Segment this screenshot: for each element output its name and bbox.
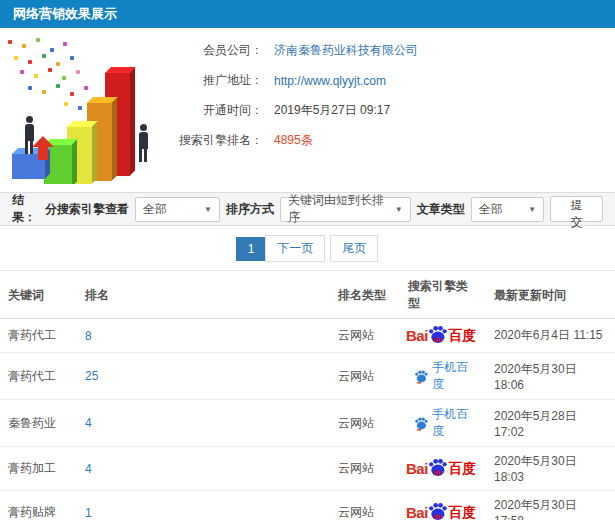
rank-type-cell: 云网站 [330,491,400,520]
engine-cell: Baidu百度 [400,447,486,491]
rank-count-label: 搜索引擎排名： [178,132,263,149]
rank-cell: 8 [77,319,330,353]
engine-cell: Baidu百度 [400,491,486,520]
engine-cell: Baidu百度 [400,319,486,353]
businessman-figure-right [136,124,150,162]
baidu-paw-icon: du [427,502,448,520]
chevron-down-icon: ▼ [196,205,212,214]
article-type-value: 全部 [479,201,503,218]
baidu-logo: Baidu百度 [406,502,476,520]
page-1-button[interactable]: 1 [236,237,267,261]
engine-cell: 手机百度 [400,353,486,400]
open-time-label: 开通时间： [178,102,263,119]
rank-link[interactable]: 8 [85,329,92,343]
svg-text:du: du [433,513,442,520]
confetti-decoration [8,40,12,44]
chevron-down-icon: ▼ [387,205,403,214]
table-header-row: 关键词 排名 排名类型 搜索引擎类型 最新更新时间 [0,271,615,319]
engine-filter-label: 分搜索引擎查看 [45,201,129,218]
bar-chart-clipart [0,32,178,184]
baidu-paw-icon: du [427,458,448,477]
promo-url-label: 推广地址： [178,72,263,89]
company-link[interactable]: 济南秦鲁药业科技有限公司 [274,42,418,59]
open-time-value: 2019年5月27日 09:17 [274,102,390,119]
header-updated: 最新更新时间 [486,271,615,319]
table-row: 膏药贴牌1云网站Baidu百度2020年5月30日 17:58 [0,491,615,520]
baidu-logo: Baidu百度 [406,325,476,346]
businessman-figure-left [22,116,36,154]
keyword-cell: 膏药贴牌 [0,491,77,520]
mobile-baidu-logo: 手机百度 [414,406,478,440]
submit-button[interactable]: 提交 [550,196,603,222]
sort-filter-value: 关键词由短到长排序 [288,192,387,226]
last-page-button[interactable]: 尾页 [330,235,378,262]
keyword-cell: 膏药加工 [0,447,77,491]
mobile-baidu-paw-icon [414,416,428,431]
chevron-down-icon: ▼ [520,205,536,214]
svg-text:du: du [433,469,442,477]
mobile-baidu-paw-icon [414,369,428,384]
rank-cell: 4 [77,447,330,491]
keyword-cell: 膏药代工 [0,319,77,353]
pagination: 1 下一页 尾页 [0,226,615,270]
results-label: 结果： [12,192,45,226]
updated-cell: 2020年5月30日 18:03 [486,447,615,491]
sort-filter-label: 排序方式 [226,201,274,218]
company-label: 会员公司： [178,42,263,59]
engine-filter-value: 全部 [143,201,167,218]
next-page-button[interactable]: 下一页 [265,235,325,262]
rank-link[interactable]: 25 [85,369,98,383]
rank-type-cell: 云网站 [330,353,400,400]
rank-link[interactable]: 4 [85,462,92,476]
updated-cell: 2020年5月30日 18:06 [486,353,615,400]
keyword-ranking-table: 关键词 排名 排名类型 搜索引擎类型 最新更新时间 膏药代工8云网站Baidu百… [0,270,615,520]
article-type-label: 文章类型 [417,201,465,218]
rank-count-value: 4895条 [274,132,313,149]
rank-cell: 25 [77,353,330,400]
rank-type-cell: 云网站 [330,400,400,447]
table-row: 膏药代工25云网站手机百度2020年5月30日 18:06 [0,353,615,400]
keyword-cell: 膏药代工 [0,353,77,400]
rank-type-cell: 云网站 [330,319,400,353]
article-type-select[interactable]: 全部 ▼ [471,197,544,222]
updated-cell: 2020年5月30日 17:58 [486,491,615,520]
info-row-rank-count: 搜索引擎排名： 4895条 [178,132,615,149]
results-filter-bar: 结果： 分搜索引擎查看 全部 ▼ 排序方式 关键词由短到长排序 ▼ 文章类型 全… [0,192,615,226]
header-engine-type: 搜索引擎类型 [400,271,486,319]
baidu-logo: Baidu百度 [406,458,476,479]
svg-text:du: du [433,336,442,344]
engine-filter-select[interactable]: 全部 ▼ [135,197,220,222]
info-row-open-time: 开通时间： 2019年5月27日 09:17 [178,102,615,119]
promo-url-link[interactable]: http://www.qlyyjt.com [274,74,386,88]
header-rank: 排名 [77,271,330,319]
rank-cell: 4 [77,400,330,447]
keyword-table-body: 膏药代工8云网站Baidu百度2020年6月4日 11:15膏药代工25云网站手… [0,319,615,520]
mobile-baidu-logo: 手机百度 [414,359,478,393]
table-row: 膏药代工8云网站Baidu百度2020年6月4日 11:15 [0,319,615,353]
table-row: 膏药加工4云网站Baidu百度2020年5月30日 18:03 [0,447,615,491]
filters: 分搜索引擎查看 全部 ▼ 排序方式 关键词由短到长排序 ▼ 文章类型 全部 ▼ … [45,196,603,222]
top-section: 会员公司： 济南秦鲁药业科技有限公司 推广地址： http://www.qlyy… [0,28,615,185]
rank-type-cell: 云网站 [330,447,400,491]
member-info: 会员公司： 济南秦鲁药业科技有限公司 推广地址： http://www.qlyy… [178,32,615,185]
header-keyword: 关键词 [0,271,77,319]
updated-cell: 2020年5月28日 17:02 [486,400,615,447]
updated-cell: 2020年6月4日 11:15 [486,319,615,353]
rank-link[interactable]: 4 [85,416,92,430]
info-row-url: 推广地址： http://www.qlyyjt.com [178,72,615,89]
rank-cell: 1 [77,491,330,520]
table-row: 秦鲁药业4云网站手机百度2020年5月28日 17:02 [0,400,615,447]
header-rank-type: 排名类型 [330,271,400,319]
engine-cell: 手机百度 [400,400,486,447]
rank-link[interactable]: 1 [85,506,92,520]
baidu-paw-icon: du [427,325,448,344]
page-title: 网络营销效果展示 [0,0,615,28]
info-row-company: 会员公司： 济南秦鲁药业科技有限公司 [178,42,615,59]
keyword-cell: 秦鲁药业 [0,400,77,447]
sort-filter-select[interactable]: 关键词由短到长排序 ▼ [280,197,411,222]
